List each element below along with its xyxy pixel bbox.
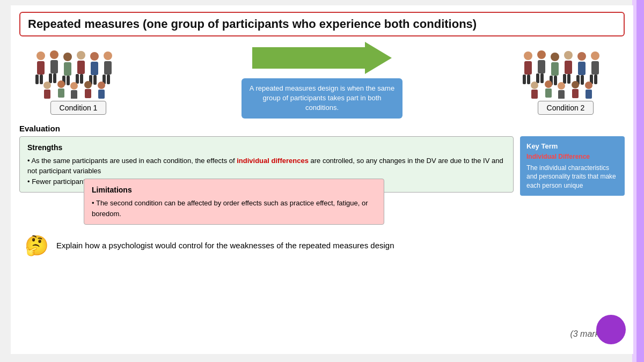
svg-point-67 (585, 82, 592, 89)
people-group-1 (30, 45, 127, 99)
question-text: Explain how a psychologist would control… (56, 240, 619, 252)
description-text: A repeated measures design is when the s… (250, 84, 394, 112)
svg-point-35 (524, 51, 532, 60)
purple-circle-decoration (596, 315, 626, 344)
svg-rect-50 (567, 74, 570, 84)
svg-rect-9 (64, 62, 71, 76)
key-term-definition: The individual characteristics and perso… (526, 164, 618, 190)
arrow-icon (252, 42, 392, 74)
svg-point-51 (577, 52, 586, 61)
svg-rect-42 (540, 73, 544, 83)
svg-rect-62 (545, 88, 552, 98)
description-box: A repeated measures design is when the s… (241, 78, 402, 119)
svg-rect-17 (91, 62, 98, 75)
strengths-title: Strengths (27, 142, 506, 153)
svg-rect-52 (578, 62, 586, 75)
svg-rect-25 (44, 90, 50, 99)
svg-point-30 (84, 81, 92, 88)
svg-point-47 (564, 51, 573, 60)
svg-rect-68 (586, 90, 592, 99)
svg-rect-29 (71, 90, 77, 99)
evaluation-label: Evaluation (19, 124, 625, 133)
side-bar-purple (636, 0, 644, 362)
svg-rect-19 (93, 75, 97, 85)
svg-rect-27 (58, 88, 64, 98)
bottom-section: Strengths As the same participants are u… (19, 136, 625, 196)
svg-point-0 (36, 51, 45, 60)
svg-point-39 (537, 50, 546, 59)
svg-point-16 (90, 52, 99, 61)
limitations-title: Limitations (92, 184, 376, 196)
svg-rect-41 (536, 73, 539, 83)
limitations-item-1: The second condition can be affected by … (92, 198, 376, 219)
condition-1-label: Condition 1 (50, 101, 107, 115)
svg-point-8 (63, 53, 72, 61)
svg-rect-3 (40, 75, 43, 84)
svg-rect-15 (80, 74, 83, 84)
svg-rect-13 (77, 61, 85, 74)
svg-rect-60 (531, 90, 538, 99)
svg-marker-34 (252, 42, 392, 74)
eval-left: Strengths As the same participants are u… (19, 136, 514, 193)
svg-rect-54 (581, 75, 584, 85)
svg-rect-33 (98, 90, 105, 99)
svg-rect-66 (572, 89, 579, 98)
svg-point-28 (70, 82, 78, 90)
svg-rect-38 (527, 75, 530, 84)
svg-point-20 (104, 51, 112, 60)
group-left: Condition 1 (25, 45, 132, 115)
svg-rect-46 (554, 76, 557, 85)
highlight-individual-differences: individual differences (237, 157, 309, 165)
svg-rect-5 (50, 60, 58, 73)
key-term-term: Individual Difference (526, 152, 618, 161)
svg-point-12 (77, 51, 85, 60)
svg-rect-48 (565, 61, 572, 74)
main-container: Repeated measures (one group of particip… (11, 5, 633, 354)
svg-rect-6 (49, 73, 52, 83)
svg-rect-58 (594, 75, 597, 84)
svg-rect-37 (523, 75, 526, 84)
svg-rect-11 (67, 76, 70, 85)
strengths-item-1: As the same participants are used in eac… (27, 156, 506, 176)
group-right: Condition 2 (512, 45, 619, 115)
svg-rect-2 (35, 75, 39, 84)
svg-rect-23 (107, 75, 110, 84)
svg-point-65 (572, 81, 579, 88)
svg-rect-14 (76, 74, 79, 84)
svg-point-4 (50, 50, 58, 59)
thinking-icon: 🤔 (25, 236, 49, 255)
svg-rect-64 (558, 90, 565, 99)
question-section: 🤔 Explain how a psychologist would contr… (19, 236, 625, 255)
title-box: Repeated measures (one group of particip… (19, 12, 625, 36)
svg-point-61 (545, 80, 552, 88)
limitations-box: Limitations The second condition can be … (84, 179, 384, 225)
condition-2-label: Condition 2 (538, 101, 594, 115)
svg-rect-1 (37, 61, 45, 75)
svg-point-32 (98, 82, 105, 89)
svg-rect-40 (538, 60, 545, 73)
svg-rect-31 (85, 89, 91, 98)
svg-rect-49 (563, 74, 566, 84)
svg-point-63 (558, 82, 565, 90)
people-group-2 (517, 45, 614, 99)
svg-rect-7 (53, 73, 56, 83)
svg-point-26 (57, 80, 65, 88)
svg-point-55 (591, 51, 599, 60)
top-section: Condition 1 A repeated measures design i… (19, 42, 625, 119)
limitations-list: The second condition can be affected by … (92, 198, 376, 219)
svg-rect-44 (551, 62, 559, 76)
page-title: Repeated measures (one group of particip… (28, 17, 616, 31)
svg-point-24 (43, 82, 51, 89)
svg-point-43 (551, 53, 559, 61)
svg-rect-56 (591, 61, 599, 75)
key-term-title: Key Term (526, 142, 618, 151)
svg-rect-21 (104, 61, 112, 75)
svg-point-59 (531, 82, 538, 89)
key-term-box: Key Term Individual Difference The indiv… (520, 136, 625, 196)
svg-rect-36 (524, 61, 532, 75)
arrow-section: A repeated measures design is when the s… (132, 42, 512, 119)
